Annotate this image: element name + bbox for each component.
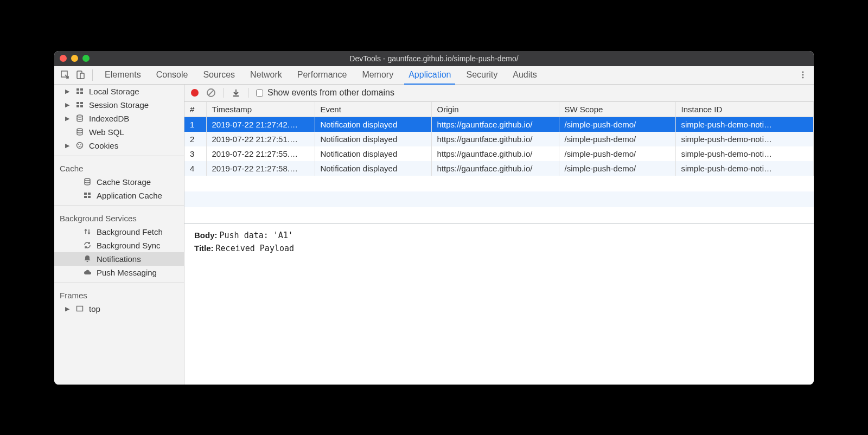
column-header[interactable]: Timestamp <box>206 102 315 117</box>
svg-point-17 <box>78 144 79 145</box>
sidebar-item-label: Background Fetch <box>97 227 163 236</box>
sidebar-item-background-sync[interactable]: Background Sync <box>54 239 184 252</box>
cell-sw: /simple-push-demo/ <box>559 161 675 176</box>
tab-console[interactable]: Console <box>149 66 196 84</box>
tab-elements[interactable]: Elements <box>97 66 149 84</box>
cell-or: https://gauntface.github.io/ <box>431 132 559 146</box>
details-title-value: Received Payload <box>216 244 295 253</box>
cookie-icon <box>75 141 85 150</box>
events-table: #TimestampEventOriginSW ScopeInstance ID… <box>184 102 814 224</box>
table-row[interactable]: 22019-07-22 21:27:51.…Notification displ… <box>184 132 814 146</box>
sidebar-item-session-storage[interactable]: ▶Session Storage <box>54 98 184 112</box>
sidebar-item-label: Web SQL <box>89 127 124 137</box>
sidebar-item-label: top <box>89 304 100 314</box>
save-icon[interactable] <box>232 88 240 97</box>
clear-icon[interactable] <box>206 88 216 98</box>
sidebar-item-label: Application Cache <box>97 191 162 200</box>
sidebar-item-background-fetch[interactable]: Background Fetch <box>54 225 184 239</box>
svg-point-20 <box>81 146 82 148</box>
inspect-icon[interactable] <box>58 66 73 84</box>
sidebar-item-web-sql[interactable]: Web SQL <box>54 125 184 139</box>
svg-rect-8 <box>76 92 79 94</box>
table-row[interactable]: 32019-07-22 21:27:55.…Notification displ… <box>184 146 814 161</box>
tab-network[interactable]: Network <box>242 66 290 84</box>
svg-rect-25 <box>88 196 91 198</box>
column-header[interactable]: # <box>184 102 206 117</box>
cell-n: 1 <box>184 117 206 132</box>
sidebar-item-cookies[interactable]: ▶Cookies <box>54 139 184 152</box>
sidebar-item-application-cache[interactable]: Application Cache <box>54 189 184 202</box>
updown-icon <box>82 227 92 236</box>
expand-icon[interactable]: ▶ <box>65 101 71 108</box>
cell-id: simple-push-demo-noti… <box>675 161 814 176</box>
cloud-icon <box>82 268 92 277</box>
sidebar-item-local-storage[interactable]: ▶Local Storage <box>54 85 184 98</box>
expand-icon[interactable]: ▶ <box>65 115 71 122</box>
expand-icon[interactable]: ▶ <box>65 142 71 149</box>
tab-sources[interactable]: Sources <box>195 66 242 84</box>
column-header[interactable]: Event <box>315 102 431 117</box>
svg-rect-6 <box>76 88 79 91</box>
svg-point-5 <box>802 77 804 79</box>
cell-n: 2 <box>184 132 206 146</box>
show-other-domains-label: Show events from other domains <box>267 88 394 98</box>
cell-id: simple-push-demo-noti… <box>675 117 814 132</box>
tab-memory[interactable]: Memory <box>354 66 401 84</box>
cell-ev: Notification displayed <box>315 161 431 176</box>
cell-n: 4 <box>184 161 206 176</box>
expand-icon[interactable]: ▶ <box>65 305 71 312</box>
svg-rect-26 <box>87 261 88 262</box>
column-header[interactable]: SW Scope <box>559 102 675 117</box>
svg-point-4 <box>802 74 804 76</box>
cell-or: https://gauntface.github.io/ <box>431 161 559 176</box>
sidebar-item-label: Session Storage <box>89 100 149 110</box>
svg-rect-27 <box>77 306 83 311</box>
db-icon <box>75 114 85 123</box>
maximize-icon[interactable] <box>82 55 90 62</box>
application-sidebar: ▶Local Storage▶Session Storage▶IndexedDB… <box>54 85 184 385</box>
sidebar-item-push-messaging[interactable]: Push Messaging <box>54 266 184 279</box>
window-title: DevTools - gauntface.github.io/simple-pu… <box>54 54 814 63</box>
details-title-label: Title: <box>194 244 214 253</box>
table-row[interactable]: 42019-07-22 21:27:58.…Notification displ… <box>184 161 814 176</box>
tab-security[interactable]: Security <box>458 66 505 84</box>
cell-sw: /simple-push-demo/ <box>559 117 675 132</box>
svg-rect-13 <box>80 105 83 107</box>
svg-point-18 <box>80 144 81 145</box>
record-icon[interactable] <box>191 89 199 97</box>
cell-ev: Notification displayed <box>315 132 431 146</box>
svg-rect-9 <box>80 92 83 94</box>
bell-icon <box>82 254 92 263</box>
sidebar-item-label: Cache Storage <box>97 177 151 187</box>
svg-point-16 <box>77 143 83 149</box>
column-header[interactable]: Origin <box>431 102 559 117</box>
devtools-window: DevTools - gauntface.github.io/simple-pu… <box>54 51 814 385</box>
cell-n: 3 <box>184 146 206 161</box>
grid-icon <box>75 87 85 95</box>
close-icon[interactable] <box>60 55 67 62</box>
sidebar-item-notifications[interactable]: Notifications <box>54 252 184 266</box>
frame-icon <box>75 304 85 313</box>
minimize-icon[interactable] <box>71 55 78 62</box>
titlebar: DevTools - gauntface.github.io/simple-pu… <box>54 51 814 66</box>
tab-application[interactable]: Application <box>401 66 458 84</box>
show-other-domains-toggle[interactable]: Show events from other domains <box>256 88 394 98</box>
kebab-menu-icon[interactable] <box>795 66 810 84</box>
tab-performance[interactable]: Performance <box>290 66 355 84</box>
sidebar-item-top[interactable]: ▶top <box>54 302 184 316</box>
cell-ts: 2019-07-22 21:27:58.… <box>206 161 315 176</box>
device-toggle-icon[interactable] <box>73 66 88 84</box>
sidebar-item-label: Background Sync <box>97 241 161 250</box>
svg-rect-22 <box>84 193 87 195</box>
table-row[interactable]: 12019-07-22 21:27:42.…Notification displ… <box>184 117 814 132</box>
db-icon <box>75 127 85 136</box>
sidebar-item-indexeddb[interactable]: ▶IndexedDB <box>54 112 184 125</box>
cell-ts: 2019-07-22 21:27:42.… <box>206 117 315 132</box>
tab-audits[interactable]: Audits <box>505 66 544 84</box>
column-header[interactable]: Instance ID <box>675 102 814 117</box>
expand-icon[interactable]: ▶ <box>65 88 71 95</box>
svg-point-3 <box>802 72 804 73</box>
svg-rect-2 <box>80 73 84 79</box>
sidebar-item-cache-storage[interactable]: Cache Storage <box>54 175 184 189</box>
show-other-domains-checkbox[interactable] <box>256 89 263 97</box>
